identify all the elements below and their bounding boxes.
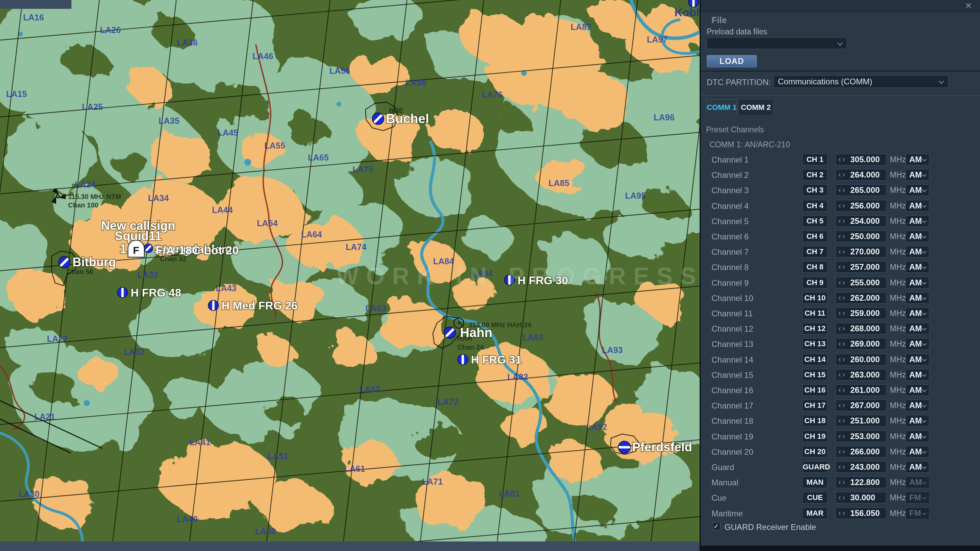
- increment-icon[interactable]: ›: [843, 508, 845, 518]
- decrement-icon[interactable]: ‹: [838, 385, 841, 395]
- frequency-stepper[interactable]: ‹›270.000: [835, 246, 886, 257]
- increment-icon[interactable]: ›: [843, 354, 845, 365]
- decrement-icon[interactable]: ‹: [838, 170, 841, 180]
- modulation-select[interactable]: FM: [905, 492, 929, 503]
- increment-icon[interactable]: ›: [843, 201, 845, 211]
- decrement-icon[interactable]: ‹: [838, 185, 841, 195]
- channel-name-input[interactable]: CH 7: [802, 246, 827, 257]
- frequency-stepper[interactable]: ‹›260.000: [835, 354, 886, 365]
- decrement-icon[interactable]: ‹: [838, 324, 841, 333]
- frequency-stepper[interactable]: ‹›269.000: [835, 338, 886, 349]
- channel-name-input[interactable]: CH 15: [802, 369, 827, 381]
- decrement-icon[interactable]: ‹: [838, 339, 841, 349]
- increment-icon[interactable]: ›: [843, 293, 845, 303]
- frequency-stepper[interactable]: ‹›261.000: [835, 384, 886, 396]
- preload-dropdown[interactable]: [707, 37, 847, 49]
- frequency-stepper[interactable]: ‹›268.000: [835, 323, 886, 334]
- tab-comm2[interactable]: COMM 2: [738, 99, 773, 115]
- frequency-stepper[interactable]: ‹›305.000: [835, 154, 886, 165]
- modulation-select[interactable]: AM: [905, 476, 929, 488]
- frequency-stepper[interactable]: ‹›243.000: [835, 461, 886, 473]
- frequency-stepper[interactable]: ‹›262.000: [835, 292, 886, 304]
- decrement-icon[interactable]: ‹: [838, 231, 841, 241]
- frequency-stepper[interactable]: ‹›257.000: [835, 261, 886, 273]
- increment-icon[interactable]: ›: [843, 446, 845, 457]
- increment-icon[interactable]: ›: [843, 462, 845, 472]
- channel-name-input[interactable]: CH 17: [802, 400, 827, 411]
- decrement-icon[interactable]: ‹: [838, 308, 841, 318]
- increment-icon[interactable]: ›: [843, 385, 845, 395]
- map-marker-h-med-frg-26[interactable]: H Med FRG 26: [208, 299, 298, 312]
- map-marker-koblenz-helipad[interactable]: [688, 0, 698, 7]
- channel-name-input[interactable]: CH 19: [802, 430, 827, 442]
- map-canvas[interactable]: LA16LA26LA36LA46LA56LA66LA76LA87LA97LA96…: [0, 0, 700, 551]
- decrement-icon[interactable]: ‹: [838, 508, 841, 518]
- channel-name-input[interactable]: CH 13: [802, 338, 827, 349]
- modulation-select[interactable]: FM: [905, 508, 929, 519]
- frequency-stepper[interactable]: ‹›30.000: [835, 492, 886, 503]
- increment-icon[interactable]: ›: [843, 324, 845, 333]
- modulation-select[interactable]: AM: [905, 261, 929, 273]
- increment-icon[interactable]: ›: [843, 308, 845, 318]
- modulation-select[interactable]: AM: [905, 154, 929, 165]
- modulation-select[interactable]: AM: [905, 277, 929, 288]
- frequency-stepper[interactable]: ‹›156.050: [835, 508, 886, 519]
- modulation-select[interactable]: AM: [905, 354, 929, 365]
- channel-name-input[interactable]: CH 20: [802, 446, 827, 457]
- increment-icon[interactable]: ›: [843, 231, 845, 241]
- channel-name-input[interactable]: CH 1: [802, 154, 827, 165]
- channel-name-input[interactable]: CH 16: [802, 384, 827, 396]
- close-icon[interactable]: ✕: [965, 1, 972, 11]
- modulation-select[interactable]: AM: [905, 292, 929, 304]
- channel-name-input[interactable]: CH 9: [802, 277, 827, 288]
- decrement-icon[interactable]: ‹: [838, 201, 841, 211]
- channel-name-input[interactable]: CH 4: [802, 200, 827, 211]
- channel-name-input[interactable]: CH 11: [802, 308, 827, 319]
- increment-icon[interactable]: ›: [843, 431, 845, 441]
- frequency-stepper[interactable]: ‹›256.000: [835, 200, 886, 211]
- frequency-stepper[interactable]: ‹›264.000: [835, 169, 886, 181]
- decrement-icon[interactable]: ‹: [838, 293, 841, 303]
- modulation-select[interactable]: AM: [905, 246, 929, 257]
- decrement-icon[interactable]: ‹: [838, 462, 841, 472]
- increment-icon[interactable]: ›: [843, 246, 845, 257]
- decrement-icon[interactable]: ‹: [838, 154, 841, 165]
- increment-icon[interactable]: ›: [843, 262, 845, 272]
- increment-icon[interactable]: ›: [843, 170, 845, 180]
- frequency-stepper[interactable]: ‹›267.000: [835, 400, 886, 411]
- decrement-icon[interactable]: ‹: [838, 416, 841, 426]
- channel-name-input[interactable]: CH 14: [802, 354, 827, 365]
- channel-name-input[interactable]: CH 8: [802, 261, 827, 273]
- frequency-stepper[interactable]: ‹›263.000: [835, 369, 886, 381]
- increment-icon[interactable]: ›: [843, 400, 845, 411]
- tab-comm1[interactable]: COMM 1: [706, 99, 737, 115]
- decrement-icon[interactable]: ‹: [838, 492, 841, 503]
- channel-name-input[interactable]: CH 6: [802, 230, 827, 242]
- modulation-select[interactable]: AM: [905, 369, 929, 381]
- channel-name-input[interactable]: CH 2: [802, 169, 827, 181]
- channel-name-input[interactable]: CH 18: [802, 415, 827, 427]
- modulation-select[interactable]: AM: [905, 400, 929, 411]
- increment-icon[interactable]: ›: [843, 154, 845, 165]
- frequency-stepper[interactable]: ‹›255.000: [835, 277, 886, 288]
- increment-icon[interactable]: ›: [843, 185, 845, 195]
- frequency-stepper[interactable]: ‹›265.000: [835, 184, 886, 196]
- channel-name-input[interactable]: GUARD: [802, 461, 827, 473]
- frequency-stepper[interactable]: ‹›254.000: [835, 215, 886, 227]
- channel-name-input[interactable]: CH 3: [802, 184, 827, 196]
- load-button[interactable]: LOAD: [707, 55, 757, 67]
- modulation-select[interactable]: AM: [905, 338, 929, 349]
- increment-icon[interactable]: ›: [843, 370, 845, 380]
- channel-name-input[interactable]: CH 10: [802, 292, 827, 304]
- guard-receiver-checkbox[interactable]: ✓: [712, 522, 721, 530]
- dtc-partition-dropdown[interactable]: Communications (COMM): [773, 76, 948, 88]
- modulation-select[interactable]: AM: [905, 184, 929, 196]
- channel-name-input[interactable]: MAR: [802, 508, 827, 519]
- modulation-select[interactable]: AM: [905, 230, 929, 242]
- modulation-select[interactable]: AM: [905, 215, 929, 227]
- decrement-icon[interactable]: ‹: [838, 370, 841, 380]
- modulation-select[interactable]: AM: [905, 384, 929, 396]
- modulation-select[interactable]: AM: [905, 308, 929, 319]
- increment-icon[interactable]: ›: [843, 492, 845, 503]
- frequency-stepper[interactable]: ‹›259.000: [835, 308, 886, 319]
